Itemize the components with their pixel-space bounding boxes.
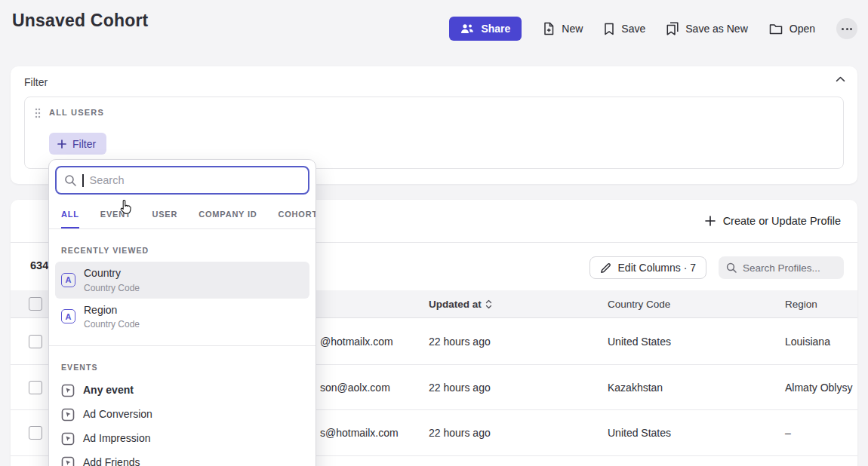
event-icon bbox=[61, 456, 75, 466]
plus-icon bbox=[705, 216, 716, 226]
dropdown-list: RECENTLY VIEWED A Country Country Code A… bbox=[49, 229, 315, 466]
list-item-add-friends[interactable]: Add Friends bbox=[55, 451, 309, 466]
add-filter-label: Filter bbox=[72, 138, 96, 150]
row-checkbox[interactable] bbox=[29, 426, 42, 440]
create-or-update-profile-button[interactable]: Create or Update Profile bbox=[705, 215, 841, 227]
filter-group-label: ALL USERS bbox=[49, 108, 104, 117]
event-icon bbox=[61, 432, 75, 446]
header-toolbar: Share New Save Save as New bbox=[449, 17, 857, 41]
tab-company-id[interactable]: COMPANY ID bbox=[199, 201, 257, 228]
select-all-checkbox[interactable] bbox=[29, 297, 42, 311]
filter-group: ALL USERS Filter bbox=[24, 97, 844, 169]
save-label: Save bbox=[621, 23, 645, 35]
item-title: Ad Impression bbox=[83, 432, 150, 446]
create-or-update-profile-label: Create or Update Profile bbox=[723, 215, 841, 227]
list-item-any-event[interactable]: Any event bbox=[55, 379, 309, 403]
list-item-country[interactable]: A Country Country Code bbox=[55, 262, 309, 299]
tab-user[interactable]: USER bbox=[152, 201, 177, 228]
cell-country-code: Kazakhstan bbox=[608, 382, 663, 394]
list-item-region[interactable]: A Region Country Code bbox=[55, 299, 309, 336]
section-events: EVENTS bbox=[49, 346, 315, 379]
new-label: New bbox=[562, 23, 583, 35]
share-label: Share bbox=[481, 23, 510, 35]
cell-email: son@aolx.com bbox=[320, 382, 390, 394]
item-title: Add Friends bbox=[83, 456, 140, 466]
page-title: Unsaved Cohort bbox=[12, 11, 148, 31]
profiles-search-input[interactable] bbox=[743, 262, 836, 274]
new-button[interactable]: New bbox=[543, 22, 583, 35]
edit-columns-label: Edit Columns · 7 bbox=[618, 262, 696, 274]
cell-region: – bbox=[785, 427, 791, 439]
column-header-country-code[interactable]: Country Code bbox=[608, 299, 670, 310]
section-recently-viewed: RECENTLY VIEWED bbox=[49, 229, 315, 262]
profiles-search[interactable] bbox=[719, 256, 844, 279]
chevron-up-icon bbox=[836, 76, 845, 82]
tab-cohort[interactable]: COHORT bbox=[279, 201, 316, 228]
save-as-new-label: Save as New bbox=[685, 23, 747, 35]
save-button[interactable]: Save bbox=[604, 23, 645, 35]
save-as-new-button[interactable]: Save as New bbox=[666, 22, 747, 35]
cell-updated-at: 22 hours ago bbox=[429, 336, 491, 348]
item-title: Country bbox=[84, 267, 140, 281]
item-title: Any event bbox=[83, 384, 134, 397]
open-label: Open bbox=[790, 23, 815, 35]
property-type-icon: A bbox=[61, 273, 75, 287]
cell-updated-at: 22 hours ago bbox=[429, 382, 491, 394]
search-placeholder: Search bbox=[90, 174, 125, 186]
plus-icon bbox=[57, 139, 66, 149]
event-icon bbox=[61, 408, 75, 422]
cell-region: Almaty Oblysy bbox=[785, 382, 852, 394]
item-title: Ad Conversion bbox=[83, 408, 152, 422]
item-subtitle: Country Code bbox=[84, 283, 140, 293]
cell-email: @hotmailx.com bbox=[320, 336, 393, 348]
property-type-icon: A bbox=[61, 309, 75, 323]
dropdown-search-input[interactable]: Search bbox=[55, 166, 309, 195]
item-subtitle: Country Code bbox=[84, 319, 140, 330]
column-header-updated-at[interactable]: Updated at bbox=[429, 299, 492, 310]
save-bookmark-icon bbox=[604, 23, 614, 35]
search-icon bbox=[64, 174, 76, 186]
cell-updated-at: 22 hours ago bbox=[429, 427, 491, 439]
dropdown-tabs: ALL EVENT USER COMPANY ID COHORT bbox=[49, 201, 315, 229]
drag-handle-icon[interactable] bbox=[35, 108, 41, 118]
filter-panel-title: Filter bbox=[24, 76, 48, 88]
event-icon bbox=[61, 384, 75, 397]
edit-columns-button[interactable]: Edit Columns · 7 bbox=[589, 256, 706, 279]
property-picker-dropdown: Search ALL EVENT USER COMPANY ID COHORT … bbox=[48, 159, 316, 466]
column-header-region[interactable]: Region bbox=[785, 299, 817, 310]
open-button[interactable]: Open bbox=[769, 23, 815, 35]
cell-region: Louisiana bbox=[785, 336, 830, 348]
new-document-icon bbox=[543, 22, 555, 35]
ellipsis-icon bbox=[842, 28, 844, 30]
row-checkbox[interactable] bbox=[29, 335, 42, 348]
text-caret bbox=[82, 174, 84, 187]
sort-icon[interactable] bbox=[485, 299, 492, 308]
share-button[interactable]: Share bbox=[449, 17, 522, 41]
collapse-panel-button[interactable] bbox=[833, 73, 848, 85]
add-filter-button[interactable]: Filter bbox=[49, 133, 106, 155]
folder-icon bbox=[769, 23, 783, 35]
pencil-icon bbox=[600, 262, 611, 274]
tab-event[interactable]: EVENT bbox=[100, 201, 131, 228]
cell-country-code: United States bbox=[608, 336, 671, 348]
more-options-button[interactable] bbox=[836, 18, 857, 39]
list-item-ad-impression[interactable]: Ad Impression bbox=[55, 427, 309, 451]
people-icon bbox=[460, 23, 474, 34]
list-item-ad-conversion[interactable]: Ad Conversion bbox=[55, 403, 309, 427]
search-icon bbox=[726, 262, 737, 273]
item-title: Region bbox=[84, 304, 140, 317]
cell-email: s@hotmailx.com bbox=[320, 427, 399, 439]
cell-country-code: United States bbox=[608, 427, 671, 439]
tab-all[interactable]: ALL bbox=[61, 201, 79, 228]
row-checkbox[interactable] bbox=[29, 381, 42, 394]
save-as-new-icon bbox=[666, 22, 679, 35]
